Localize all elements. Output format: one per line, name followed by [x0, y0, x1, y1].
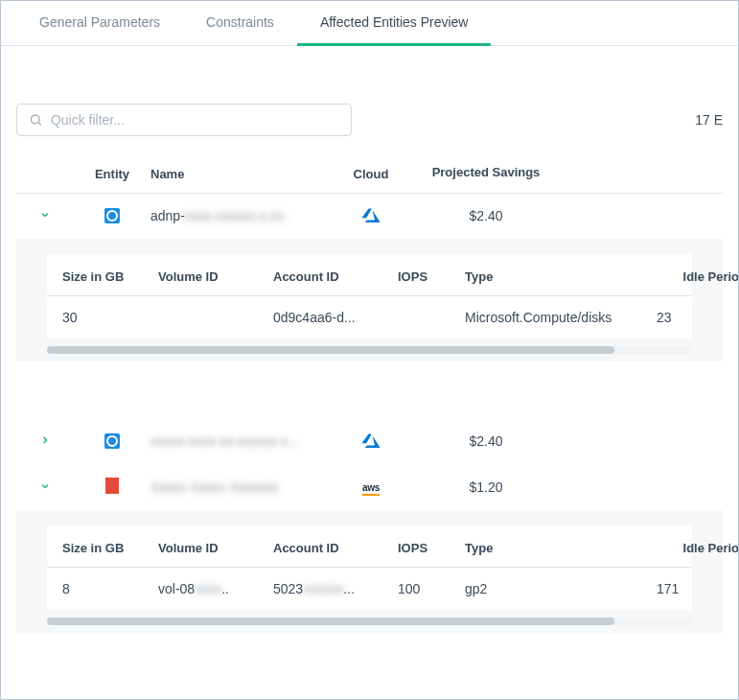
aws-icon: aws: [362, 482, 380, 496]
entity-name: adnp-xxxx.xxxxxx.x.xx.: [150, 208, 323, 223]
cell-type: gp2: [465, 581, 657, 596]
entity-count: 17 E: [695, 112, 723, 128]
expand-toggle[interactable]: [16, 208, 74, 223]
cell-idle: 23: [657, 310, 739, 325]
col-projected-savings: Projected Savings: [419, 165, 553, 181]
expand-toggle[interactable]: [16, 433, 74, 449]
dcol-size: Size in GB: [62, 541, 158, 555]
cell-type: Microsoft.Compute/disks: [465, 310, 657, 325]
svg-line-1: [38, 123, 41, 126]
dcol-account: Account ID: [273, 269, 398, 284]
scrollbar-thumb[interactable]: [47, 618, 614, 625]
dcol-size: Size in GB: [62, 269, 158, 284]
col-cloud: Cloud: [323, 167, 419, 181]
table-row[interactable]: xxxxx-xxxx-xx.xxxxxx.x... $2.40: [16, 419, 723, 464]
dcol-iops: IOPS: [398, 541, 465, 555]
detail-panel: Size in GB Volume ID Account ID IOPS Typ…: [16, 239, 723, 362]
cell-volume: [158, 310, 273, 325]
col-entity: Entity: [74, 167, 150, 181]
chevron-right-icon: [39, 434, 51, 446]
cell-size: 30: [62, 310, 158, 325]
dcol-volume: Volume ID: [158, 541, 273, 555]
entity-name: Xxxxx Xxxxx Xxxxxxx: [150, 479, 323, 495]
table-header: Entity Name Cloud Projected Savings: [16, 155, 723, 194]
cell-iops: 100: [398, 581, 465, 596]
projected-savings: $1.20: [419, 479, 553, 495]
col-name: Name: [150, 167, 323, 181]
box-icon: [105, 480, 119, 494]
chevron-down-icon: [39, 480, 51, 492]
cloud-provider: aws: [323, 478, 419, 496]
quick-filter-box[interactable]: [16, 104, 352, 136]
disk-icon: [104, 433, 120, 449]
tab-constraints[interactable]: Constraints: [183, 1, 297, 46]
disk-icon: [104, 208, 120, 223]
azure-icon: [361, 432, 381, 448]
search-icon: [29, 112, 43, 128]
dcol-volume: Volume ID: [158, 269, 273, 284]
entity-type-icon: [74, 208, 150, 224]
cloud-provider: [323, 207, 419, 225]
dcol-idle: Idle Period: [657, 541, 739, 555]
tab-general-parameters[interactable]: General Parameters: [16, 1, 183, 46]
horizontal-scrollbar[interactable]: [47, 346, 692, 354]
cell-account: 0d9c4aa6-d...: [273, 310, 398, 325]
cell-size: 8: [62, 581, 158, 596]
tabs-bar: General Parameters Constraints Affected …: [1, 1, 738, 46]
azure-icon: [361, 207, 381, 222]
quick-filter-input[interactable]: [51, 112, 339, 128]
chevron-down-icon: [39, 209, 51, 221]
svg-point-0: [31, 115, 39, 124]
dcol-account: Account ID: [273, 541, 398, 555]
cell-idle: 171: [657, 581, 739, 596]
detail-row: 8 vol-08xxxx.. 5023xxxxxx... 100 gp2 171: [47, 568, 692, 610]
dcol-type: Type: [465, 269, 657, 284]
projected-savings: $2.40: [419, 433, 553, 449]
dcol-idle: Idle Period: [657, 269, 739, 284]
projected-savings: $2.40: [419, 208, 553, 223]
table-row[interactable]: Xxxxx Xxxxx Xxxxxxx aws $1.20: [16, 464, 723, 510]
cell-account: 5023xxxxxx...: [273, 581, 398, 596]
entity-type-icon: [74, 478, 150, 497]
cloud-provider: [323, 432, 419, 451]
cell-iops: [398, 310, 465, 325]
entity-type-icon: [74, 433, 150, 450]
dcol-iops: IOPS: [398, 269, 465, 284]
dcol-type: Type: [465, 541, 657, 555]
detail-panel: Size in GB Volume ID Account ID IOPS Typ…: [16, 510, 723, 633]
entity-name: xxxxx-xxxx-xx.xxxxxx.x...: [150, 433, 323, 449]
horizontal-scrollbar[interactable]: [47, 618, 692, 625]
table-row[interactable]: adnp-xxxx.xxxxxx.x.xx. $2.40: [16, 194, 723, 239]
scrollbar-thumb[interactable]: [47, 346, 614, 354]
detail-row: 30 0d9c4aa6-d... Microsoft.Compute/disks…: [47, 296, 692, 338]
cell-volume: vol-08xxxx..: [158, 581, 273, 596]
expand-toggle[interactable]: [16, 479, 74, 495]
tab-affected-entities-preview[interactable]: Affected Entities Preview: [297, 1, 492, 46]
